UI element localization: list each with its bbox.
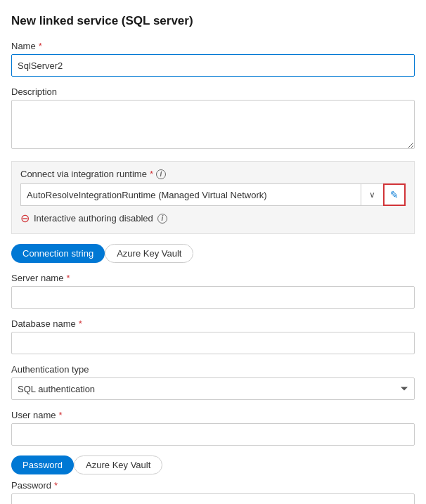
name-label-text: Name xyxy=(11,41,36,51)
server-name-input[interactable] xyxy=(11,286,415,309)
name-field-group: Name * xyxy=(11,41,415,77)
chevron-down-icon: ∨ xyxy=(369,190,375,200)
no-circle-icon: ⊖ xyxy=(20,212,30,225)
password-required-star: * xyxy=(54,480,58,491)
database-name-required-star: * xyxy=(79,318,82,329)
connection-type-tabs: Connection string Azure Key Vault xyxy=(11,244,415,263)
password-label-text: Password xyxy=(11,480,51,491)
integration-runtime-section: Connect via integration runtime * i Auto… xyxy=(11,161,415,234)
description-input[interactable] xyxy=(11,100,415,149)
database-name-input[interactable] xyxy=(11,332,415,354)
authentication-type-label: Authentication type xyxy=(11,364,415,375)
name-input[interactable] xyxy=(11,54,415,77)
interactive-authoring-info-icon[interactable]: i xyxy=(157,214,167,224)
database-name-field-group: Database name * xyxy=(11,318,415,354)
authentication-type-label-text: Authentication type xyxy=(11,364,89,375)
authentication-type-select-wrapper: SQL authentication Windows authenticatio… xyxy=(11,377,415,400)
user-name-field-group: User name * xyxy=(11,410,415,446)
integration-runtime-label-text: Connect via integration runtime xyxy=(20,169,147,179)
name-required-star: * xyxy=(39,41,42,51)
database-name-label: Database name * xyxy=(11,318,415,329)
authentication-type-field-group: Authentication type SQL authentication W… xyxy=(11,364,415,400)
description-field-group: Description xyxy=(11,86,415,151)
description-label-text: Description xyxy=(11,86,57,97)
server-name-label-text: Server name xyxy=(11,273,63,283)
password-input[interactable] xyxy=(11,493,415,504)
database-name-label-text: Database name xyxy=(11,318,76,329)
azure-key-vault-tab[interactable]: Azure Key Vault xyxy=(105,244,193,263)
interactive-authoring-row: ⊖ Interactive authoring disabled i xyxy=(20,212,406,225)
page-title: New linked service (SQL server) xyxy=(11,14,415,28)
connection-string-tab[interactable]: Connection string xyxy=(11,244,105,263)
server-name-field-group: Server name * xyxy=(11,273,415,309)
runtime-select-row: AutoResolveIntegrationRuntime (Managed V… xyxy=(20,183,406,206)
authentication-type-select[interactable]: SQL authentication Windows authenticatio… xyxy=(11,377,415,400)
password-tab[interactable]: Password xyxy=(11,455,74,474)
description-label: Description xyxy=(11,86,415,97)
integration-runtime-info-icon[interactable]: i xyxy=(156,169,166,179)
runtime-dropdown-button[interactable]: ∨ xyxy=(361,183,383,206)
runtime-select-value: AutoResolveIntegrationRuntime (Managed V… xyxy=(20,183,361,206)
user-name-required-star: * xyxy=(59,410,63,420)
name-label: Name * xyxy=(11,41,415,51)
user-name-label: User name * xyxy=(11,410,415,420)
server-name-label: Server name * xyxy=(11,273,415,283)
password-azure-key-vault-tab[interactable]: Azure Key Vault xyxy=(74,455,162,474)
server-name-required-star: * xyxy=(66,273,70,283)
user-name-input[interactable] xyxy=(11,423,415,446)
integration-runtime-label: Connect via integration runtime * i xyxy=(20,169,406,179)
password-type-tabs: Password Azure Key Vault xyxy=(11,455,415,474)
runtime-edit-button[interactable]: ✎ xyxy=(383,183,406,206)
user-name-label-text: User name xyxy=(11,410,56,420)
interactive-authoring-text: Interactive authoring disabled xyxy=(34,213,153,224)
pencil-icon: ✎ xyxy=(390,189,399,200)
password-field-group: Password * xyxy=(11,480,415,504)
password-label: Password * xyxy=(11,480,415,491)
integration-runtime-required-star: * xyxy=(150,169,153,179)
